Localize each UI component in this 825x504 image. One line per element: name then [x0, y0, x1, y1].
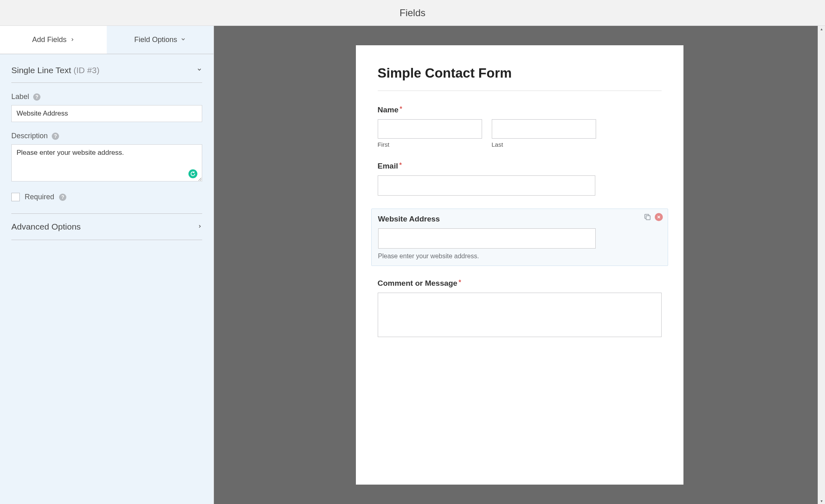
last-sublabel: Last [492, 141, 596, 148]
field-label: Name* [378, 105, 662, 114]
field-label: Website Address [378, 215, 661, 224]
field-actions [643, 213, 663, 221]
field-label: Comment or Message* [378, 279, 662, 288]
main-area: Add Fields Field Options Single Line Tex… [0, 26, 825, 504]
duplicate-icon[interactable] [643, 213, 652, 221]
chevron-right-icon [70, 36, 75, 44]
comment-textarea[interactable] [378, 293, 662, 337]
form-title: Simple Contact Form [378, 65, 662, 81]
app-root: Fields Add Fields Field Options [0, 0, 825, 504]
tab-label: Field Options [134, 36, 177, 44]
setting-description: Description ? [11, 132, 202, 183]
help-icon[interactable]: ? [52, 133, 59, 140]
website-input[interactable] [378, 228, 596, 249]
label-input[interactable] [11, 105, 202, 122]
last-name-input[interactable] [492, 119, 596, 139]
required-label: Required [25, 193, 54, 201]
chevron-down-icon [197, 67, 202, 74]
help-icon[interactable]: ? [33, 93, 40, 101]
field-label-text: Email [378, 162, 398, 170]
svg-rect-0 [646, 216, 650, 220]
name-last-col: Last [492, 119, 596, 148]
field-label-text: Comment or Message [378, 279, 457, 287]
setting-label-text: Label [11, 93, 29, 101]
page-title: Fields [400, 7, 425, 19]
scroll-up-icon[interactable]: ▴ [820, 26, 823, 32]
topbar: Fields [0, 0, 825, 26]
field-id-meta: (ID #3) [74, 65, 99, 75]
description-textarea[interactable] [11, 144, 202, 181]
field-comment[interactable]: Comment or Message* [378, 278, 662, 338]
tab-label: Add Fields [32, 36, 66, 44]
name-first-col: First [378, 119, 482, 148]
required-checkbox[interactable] [11, 193, 20, 201]
sidebar: Add Fields Field Options Single Line Tex… [0, 26, 214, 504]
description-wrapper [11, 144, 202, 183]
field-label-text: Name [378, 105, 399, 114]
preview-scrollbar[interactable]: ▴ ▾ [818, 26, 825, 504]
help-icon[interactable]: ? [59, 194, 66, 201]
field-email[interactable]: Email* [378, 161, 662, 196]
preview-pane: Simple Contact Form Name* First [214, 26, 825, 504]
setting-description-text: Description [11, 132, 48, 140]
chevron-down-icon [180, 36, 186, 44]
email-input[interactable] [378, 175, 595, 196]
name-grid: First Last [378, 119, 662, 148]
field-website-address[interactable]: Website Address Please enter your websit… [371, 209, 668, 266]
required-star-icon: * [399, 162, 402, 169]
field-type-title: Single Line Text (ID #3) [11, 65, 99, 75]
setting-label-row: Label ? [11, 93, 202, 101]
required-row: Required ? [11, 193, 202, 201]
required-star-icon: * [459, 279, 461, 286]
field-label: Email* [378, 162, 662, 171]
advanced-options-label: Advanced Options [11, 222, 81, 232]
required-star-icon: * [400, 105, 402, 112]
sidebar-tabs: Add Fields Field Options [0, 26, 214, 54]
grammarly-icon[interactable] [188, 169, 197, 178]
setting-label-row: Description ? [11, 132, 202, 140]
advanced-options-toggle[interactable]: Advanced Options [11, 213, 202, 240]
field-description: Please enter your website address. [378, 253, 661, 260]
delete-icon[interactable] [655, 213, 663, 221]
scroll-down-icon[interactable]: ▾ [820, 498, 823, 504]
chevron-right-icon [197, 223, 202, 230]
first-name-input[interactable] [378, 119, 482, 139]
first-sublabel: First [378, 141, 482, 148]
field-type-name: Single Line Text [11, 65, 71, 75]
tab-field-options[interactable]: Field Options [107, 26, 214, 54]
form-preview-card: Simple Contact Form Name* First [356, 45, 683, 485]
field-type-header[interactable]: Single Line Text (ID #3) [11, 65, 202, 83]
field-options-panel: Single Line Text (ID #3) Label ? [0, 54, 214, 240]
field-name[interactable]: Name* First Last [378, 105, 662, 149]
tab-add-fields[interactable]: Add Fields [0, 26, 107, 54]
setting-label: Label ? [11, 93, 202, 122]
form-divider [378, 91, 662, 91]
